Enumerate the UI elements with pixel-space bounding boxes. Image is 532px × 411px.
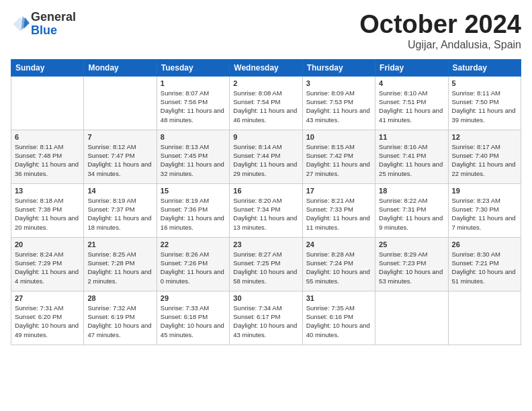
cell-content: Sunrise: 8:19 AM Sunset: 7:36 PM Dayligh… (161, 196, 226, 232)
cell-content: Sunrise: 8:28 AM Sunset: 7:24 PM Dayligh… (306, 250, 371, 285)
date-number: 24 (306, 240, 371, 248)
calendar-table: SundayMondayTuesdayWednesdayThursdayFrid… (11, 59, 521, 345)
calendar-cell: 31Sunrise: 7:35 AM Sunset: 6:16 PM Dayli… (302, 291, 375, 345)
cell-content: Sunrise: 8:26 AM Sunset: 7:26 PM Dayligh… (161, 250, 226, 285)
calendar-header: SundayMondayTuesdayWednesdayThursdayFrid… (11, 59, 521, 76)
logo-general-text: General (31, 10, 76, 24)
calendar-cell: 19Sunrise: 8:23 AM Sunset: 7:30 PM Dayli… (448, 183, 521, 237)
date-number: 13 (15, 187, 80, 195)
date-number: 29 (161, 294, 226, 302)
date-number: 7 (87, 133, 152, 141)
date-number: 12 (452, 133, 517, 141)
calendar-cell: 30Sunrise: 7:34 AM Sunset: 6:17 PM Dayli… (230, 291, 302, 345)
cell-content: Sunrise: 8:22 AM Sunset: 7:31 PM Dayligh… (379, 196, 444, 232)
calendar-week-row: 1Sunrise: 8:07 AM Sunset: 7:56 PM Daylig… (11, 76, 521, 130)
date-number: 31 (306, 294, 371, 302)
day-headers-row: SundayMondayTuesdayWednesdayThursdayFrid… (11, 59, 521, 76)
day-header-wednesday: Wednesday (230, 59, 302, 76)
calendar-cell: 24Sunrise: 8:28 AM Sunset: 7:24 PM Dayli… (302, 237, 375, 291)
calendar-week-row: 27Sunrise: 7:31 AM Sunset: 6:20 PM Dayli… (11, 291, 521, 345)
date-number: 4 (379, 79, 444, 87)
cell-content: Sunrise: 7:32 AM Sunset: 6:19 PM Dayligh… (87, 304, 152, 339)
date-number: 9 (233, 133, 298, 141)
calendar-cell: 4Sunrise: 8:10 AM Sunset: 7:51 PM Daylig… (375, 76, 448, 130)
date-number: 22 (161, 240, 226, 248)
cell-content: Sunrise: 8:11 AM Sunset: 7:50 PM Dayligh… (452, 89, 517, 124)
date-number: 3 (306, 79, 371, 87)
date-number: 6 (15, 133, 80, 141)
calendar-cell: 3Sunrise: 8:09 AM Sunset: 7:53 PM Daylig… (302, 76, 375, 130)
date-number: 1 (161, 79, 226, 87)
cell-content: Sunrise: 8:24 AM Sunset: 7:29 PM Dayligh… (15, 250, 80, 285)
calendar-cell (448, 291, 521, 345)
cell-content: Sunrise: 8:30 AM Sunset: 7:21 PM Dayligh… (452, 250, 517, 285)
date-number: 8 (161, 133, 226, 141)
date-number: 25 (379, 240, 444, 248)
calendar-cell (11, 76, 84, 130)
calendar-cell: 5Sunrise: 8:11 AM Sunset: 7:50 PM Daylig… (448, 76, 521, 130)
date-number: 19 (452, 187, 517, 195)
cell-content: Sunrise: 8:14 AM Sunset: 7:44 PM Dayligh… (233, 142, 298, 178)
date-number: 26 (452, 240, 517, 248)
calendar-cell: 8Sunrise: 8:13 AM Sunset: 7:45 PM Daylig… (157, 130, 229, 183)
cell-content: Sunrise: 8:23 AM Sunset: 7:30 PM Dayligh… (452, 196, 517, 232)
day-header-saturday: Saturday (448, 59, 521, 76)
cell-content: Sunrise: 8:29 AM Sunset: 7:23 PM Dayligh… (379, 250, 444, 285)
calendar-cell: 26Sunrise: 8:30 AM Sunset: 7:21 PM Dayli… (448, 237, 521, 291)
calendar-cell: 6Sunrise: 8:11 AM Sunset: 7:48 PM Daylig… (11, 130, 84, 183)
calendar-cell: 23Sunrise: 8:27 AM Sunset: 7:25 PM Dayli… (230, 237, 302, 291)
calendar-cell: 10Sunrise: 8:15 AM Sunset: 7:42 PM Dayli… (302, 130, 375, 183)
calendar-cell: 20Sunrise: 8:24 AM Sunset: 7:29 PM Dayli… (11, 237, 84, 291)
calendar-cell: 2Sunrise: 8:08 AM Sunset: 7:54 PM Daylig… (230, 76, 302, 130)
title-block: October 2024 Ugijar, Andalusia, Spain (359, 11, 521, 51)
cell-content: Sunrise: 8:07 AM Sunset: 7:56 PM Dayligh… (161, 89, 226, 124)
date-number: 14 (87, 187, 152, 195)
date-number: 16 (233, 187, 298, 195)
date-number: 2 (233, 79, 298, 87)
calendar-cell: 16Sunrise: 8:20 AM Sunset: 7:34 PM Dayli… (230, 183, 302, 237)
cell-content: Sunrise: 7:31 AM Sunset: 6:20 PM Dayligh… (15, 304, 80, 339)
cell-content: Sunrise: 8:10 AM Sunset: 7:51 PM Dayligh… (379, 89, 444, 124)
date-number: 5 (452, 79, 517, 87)
calendar-cell: 28Sunrise: 7:32 AM Sunset: 6:19 PM Dayli… (84, 291, 157, 345)
calendar-cell: 18Sunrise: 8:22 AM Sunset: 7:31 PM Dayli… (375, 183, 448, 237)
cell-content: Sunrise: 7:35 AM Sunset: 6:16 PM Dayligh… (306, 304, 371, 339)
calendar-cell (84, 76, 157, 130)
date-number: 17 (306, 187, 371, 195)
calendar-cell: 21Sunrise: 8:25 AM Sunset: 7:28 PM Dayli… (84, 237, 157, 291)
cell-content: Sunrise: 7:33 AM Sunset: 6:18 PM Dayligh… (161, 304, 226, 339)
calendar-body: 1Sunrise: 8:07 AM Sunset: 7:56 PM Daylig… (11, 76, 521, 345)
calendar-week-row: 6Sunrise: 8:11 AM Sunset: 7:48 PM Daylig… (11, 130, 521, 183)
date-number: 21 (87, 240, 152, 248)
day-header-thursday: Thursday (302, 59, 375, 76)
date-number: 11 (379, 133, 444, 141)
cell-content: Sunrise: 8:15 AM Sunset: 7:42 PM Dayligh… (306, 142, 371, 178)
cell-content: Sunrise: 8:25 AM Sunset: 7:28 PM Dayligh… (87, 250, 152, 285)
date-number: 23 (233, 240, 298, 248)
cell-content: Sunrise: 8:19 AM Sunset: 7:37 PM Dayligh… (87, 196, 152, 232)
day-header-sunday: Sunday (11, 59, 84, 76)
date-number: 10 (306, 133, 371, 141)
month-title: October 2024 (359, 11, 521, 39)
cell-content: Sunrise: 8:17 AM Sunset: 7:40 PM Dayligh… (452, 142, 517, 178)
day-header-tuesday: Tuesday (157, 59, 229, 76)
cell-content: Sunrise: 8:11 AM Sunset: 7:48 PM Dayligh… (15, 142, 80, 178)
cell-content: Sunrise: 8:20 AM Sunset: 7:34 PM Dayligh… (233, 196, 298, 232)
date-number: 15 (161, 187, 226, 195)
date-number: 27 (15, 294, 80, 302)
cell-content: Sunrise: 7:34 AM Sunset: 6:17 PM Dayligh… (233, 304, 298, 339)
cell-content: Sunrise: 8:21 AM Sunset: 7:33 PM Dayligh… (306, 196, 371, 232)
cell-content: Sunrise: 8:12 AM Sunset: 7:47 PM Dayligh… (87, 142, 152, 178)
cell-content: Sunrise: 8:08 AM Sunset: 7:54 PM Dayligh… (233, 89, 298, 124)
calendar-cell: 27Sunrise: 7:31 AM Sunset: 6:20 PM Dayli… (11, 291, 84, 345)
calendar-cell: 22Sunrise: 8:26 AM Sunset: 7:26 PM Dayli… (157, 237, 229, 291)
calendar-cell: 13Sunrise: 8:18 AM Sunset: 7:38 PM Dayli… (11, 183, 84, 237)
logo-icon (11, 15, 30, 34)
calendar-week-row: 20Sunrise: 8:24 AM Sunset: 7:29 PM Dayli… (11, 237, 521, 291)
calendar-cell: 1Sunrise: 8:07 AM Sunset: 7:56 PM Daylig… (157, 76, 229, 130)
page-header: General Blue October 2024 Ugijar, Andalu… (11, 11, 521, 51)
calendar-cell: 25Sunrise: 8:29 AM Sunset: 7:23 PM Dayli… (375, 237, 448, 291)
logo: General Blue (11, 11, 76, 38)
cell-content: Sunrise: 8:18 AM Sunset: 7:38 PM Dayligh… (15, 196, 80, 232)
calendar-cell: 12Sunrise: 8:17 AM Sunset: 7:40 PM Dayli… (448, 130, 521, 183)
